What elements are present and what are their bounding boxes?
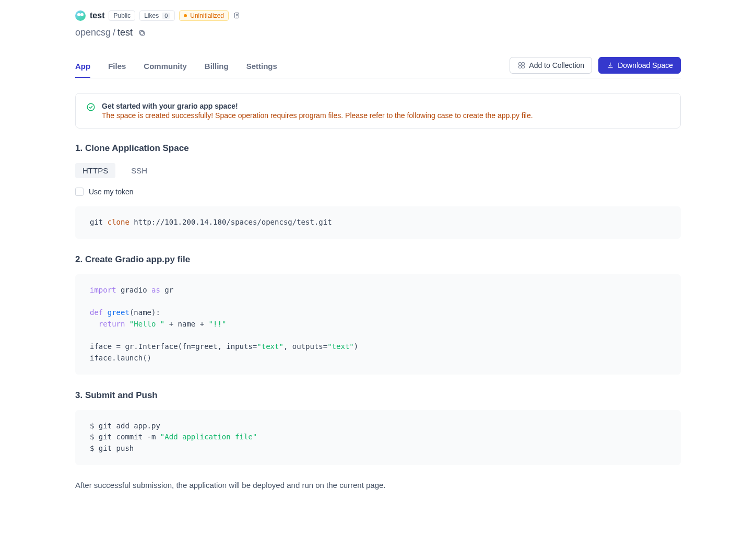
use-token-checkbox[interactable] — [75, 188, 84, 196]
visibility-badge: Public — [109, 10, 135, 21]
breadcrumb-name: test — [117, 27, 133, 38]
tab-community[interactable]: Community — [144, 62, 187, 78]
owner-avatar — [75, 10, 86, 21]
likes-count: 0 — [162, 13, 170, 19]
push-code-block[interactable]: $ git add app.py $ git commit -m "Add ap… — [75, 410, 681, 465]
svg-rect-2 — [139, 30, 143, 34]
clone-code-block[interactable]: git clone http://101.200.14.180/spaces/o… — [75, 206, 681, 239]
proto-tab-https[interactable]: HTTPS — [75, 163, 115, 178]
download-space-label: Download Space — [618, 61, 673, 69]
status-dot-icon — [184, 14, 187, 17]
breadcrumb-sep: / — [113, 27, 115, 38]
footnote: After successful submission, the applica… — [75, 481, 681, 490]
section-1-title: 1. Clone Application Space — [75, 143, 681, 154]
duplicate-icon[interactable] — [233, 11, 241, 20]
add-to-collection-label: Add to Collection — [529, 61, 584, 69]
svg-rect-1 — [140, 31, 144, 35]
section-2-title: 2. Create Gradio app.py file — [75, 254, 681, 265]
download-icon — [606, 61, 615, 69]
add-to-collection-button[interactable]: Add to Collection — [510, 57, 592, 74]
breadcrumb: opencsg / test — [75, 27, 681, 38]
tab-billing[interactable]: Billing — [205, 62, 229, 78]
status-text: Uninitialized — [190, 12, 224, 19]
download-space-button[interactable]: Download Space — [598, 57, 681, 74]
svg-rect-3 — [519, 63, 522, 65]
tab-app[interactable]: App — [75, 62, 90, 78]
collection-icon — [517, 61, 526, 69]
svg-rect-4 — [522, 63, 525, 65]
notice-title: Get started with your grario app space! — [102, 102, 533, 110]
tab-settings[interactable]: Settings — [246, 62, 277, 78]
tabbar: App Files Community Billing Settings Add… — [75, 57, 681, 78]
svg-point-7 — [87, 103, 95, 111]
likes-badge[interactable]: Likes 0 — [139, 10, 175, 21]
notice-body: The space is created successfully! Space… — [102, 111, 533, 120]
use-token-row[interactable]: Use my token — [75, 188, 681, 196]
breadcrumb-owner[interactable]: opencsg — [75, 27, 111, 38]
section-3-title: 3. Submit and Push — [75, 390, 681, 401]
space-name: test — [90, 11, 104, 20]
use-token-label: Use my token — [89, 188, 134, 196]
clone-protocol-tabs: HTTPS SSH — [75, 163, 681, 178]
status-badge: Uninitialized — [179, 10, 229, 21]
space-header: test Public Likes 0 Uninitialized — [75, 10, 681, 21]
gradio-code-block[interactable]: import gradio as gr def greet(name): ret… — [75, 274, 681, 375]
check-circle-icon — [86, 102, 96, 112]
getting-started-notice: Get started with your grario app space! … — [75, 93, 681, 129]
svg-rect-6 — [522, 66, 525, 68]
copy-icon[interactable] — [138, 29, 146, 37]
tab-files[interactable]: Files — [108, 62, 126, 78]
likes-label: Likes — [144, 12, 159, 19]
proto-tab-ssh[interactable]: SSH — [124, 163, 155, 178]
svg-rect-5 — [519, 66, 522, 68]
